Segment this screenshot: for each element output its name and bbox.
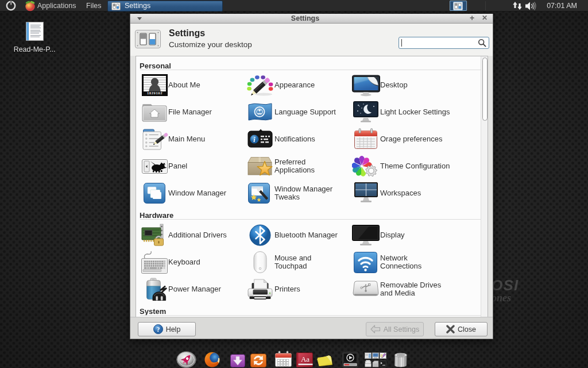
svg-text:Aa: Aa <box>301 355 310 363</box>
svg-text:?: ? <box>156 326 160 333</box>
svg-text:1829102: 1829102 <box>147 91 163 95</box>
